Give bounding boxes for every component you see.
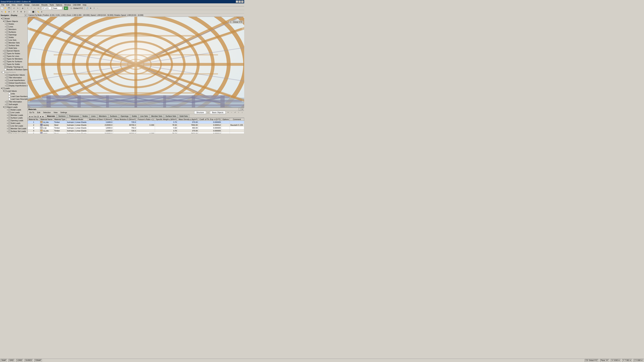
- wireframe-btn[interactable]: ⬜: [28, 10, 31, 13]
- table-row[interactable]: 1 GL24h Timber Isotropic | Linear Elasti…: [28, 121, 244, 124]
- structure-filter[interactable]: Structure: [194, 111, 206, 114]
- nav-display-topology[interactable]: ✓ Display Topology on: [0, 65, 28, 68]
- zoom-out-btn[interactable]: -: [96, 6, 99, 10]
- line-btn[interactable]: /: [30, 6, 33, 10]
- menu-selection[interactable]: Selection: [42, 111, 52, 113]
- nav-solids[interactable]: ▷ ✓ Solids: [0, 36, 28, 39]
- view-3d-btn[interactable]: 3: [23, 10, 26, 13]
- tab-nodes[interactable]: Nodes: [81, 114, 90, 118]
- menu-assign[interactable]: Assign: [23, 3, 31, 6]
- nav-global-imperfections[interactable]: ▷ ✓ Global Imperfections: [0, 82, 28, 84]
- info-btn[interactable]: ℹ: [40, 10, 44, 13]
- tab-openings[interactable]: Openings: [119, 114, 130, 118]
- col-comment[interactable]: Comment: [230, 118, 244, 121]
- check-imperfections[interactable]: [2, 71, 4, 73]
- check-types-solids[interactable]: ✓: [4, 63, 6, 65]
- check-line-sets[interactable]: ✓: [6, 39, 8, 41]
- menu-settings[interactable]: Settings: [59, 111, 68, 113]
- check-surfaces[interactable]: ✓: [6, 31, 8, 33]
- menu-view-bottom[interactable]: View: [52, 111, 59, 113]
- col-alpha[interactable]: Coeff. of Th. Exp. α [1/°C]: [198, 118, 222, 121]
- nav-boolean-ops[interactable]: Results of Boolean Operations: [0, 68, 28, 71]
- nav-basic-objects[interactable]: ▼ ✓ Basic Objects: [0, 20, 28, 23]
- nav-model[interactable]: ▼ ✓ Model: [0, 17, 28, 20]
- window-controls[interactable]: _ □ ×: [236, 0, 244, 3]
- calc-btn[interactable]: ▶: [64, 6, 68, 10]
- check-member-sets[interactable]: ✓: [6, 42, 8, 44]
- col-rho[interactable]: Mass Density ρ [kg/m³]: [178, 118, 198, 121]
- check-basic-objects[interactable]: ✓: [4, 20, 6, 22]
- check-types-lines[interactable]: ✓: [4, 55, 6, 57]
- col-gamma[interactable]: Specific Weight γ [kN/m³]: [155, 118, 178, 121]
- nav-types-for-solids[interactable]: ▷ ✓ Types for Solids: [0, 63, 28, 65]
- save-btn[interactable]: 💾: [8, 6, 11, 10]
- tab-sections[interactable]: Sections: [57, 114, 67, 118]
- check-loads[interactable]: ✓: [2, 87, 4, 89]
- tab-lines[interactable]: Lines: [90, 114, 97, 118]
- col-type[interactable]: Material Type: [53, 118, 66, 121]
- redo-btn[interactable]: ↪: [16, 6, 19, 10]
- close-button[interactable]: ×: [241, 0, 244, 3]
- print-btn[interactable]: 🖨: [21, 6, 24, 10]
- check-lines[interactable]: ✓: [6, 26, 8, 28]
- check-surface-sets[interactable]: ✓: [6, 44, 8, 46]
- check-msl[interactable]: ✓: [8, 128, 10, 130]
- zoom-in-btn[interactable]: +: [92, 6, 96, 10]
- check-member-loads[interactable]: ✓: [8, 114, 10, 116]
- nav-nodes[interactable]: ▷ ✓ Nodes: [0, 23, 28, 25]
- orbit-btn[interactable]: ⟳: [8, 10, 11, 13]
- bottom-panel-close[interactable]: ×: [241, 108, 244, 110]
- menu-options[interactable]: Options: [55, 3, 63, 6]
- check-units[interactable]: [8, 93, 10, 95]
- lc-selector[interactable]: LC LC1: [42, 7, 52, 10]
- minimize-button[interactable]: _: [236, 0, 238, 3]
- view-top-btn[interactable]: T: [16, 10, 19, 13]
- tab-solid-sets[interactable]: Solid Sets: [178, 114, 189, 118]
- nav-member-loads[interactable]: ▷ ✓ Member Loads: [0, 114, 28, 116]
- nav-surface-loads[interactable]: ▷ ✓ Surface Loads: [0, 116, 28, 119]
- nav-load-values[interactable]: ▼ ✓ Load Values: [0, 90, 28, 92]
- select-btn[interactable]: ↖: [0, 10, 4, 13]
- measure-btn[interactable]: 📏: [36, 10, 40, 13]
- col-no[interactable]: Material No.: [28, 118, 40, 121]
- check-surface-loads[interactable]: ✓: [8, 117, 10, 119]
- menu-calculate[interactable]: Calculate: [31, 3, 40, 6]
- nav-member-sets[interactable]: ▷ ✓ Member Sets: [0, 41, 28, 44]
- menu-goto[interactable]: Go To: [28, 111, 36, 113]
- check-topology[interactable]: ✓: [4, 66, 6, 68]
- viewport-3d[interactable]: Camera Fly Mode | Position: (0.261, 8.18…: [28, 14, 244, 133]
- menu-edit[interactable]: Edit: [5, 3, 10, 6]
- check-solid-loads[interactable]: ✓: [8, 122, 10, 124]
- tab-thicknesses[interactable]: Thicknesses: [68, 114, 81, 118]
- tab-surface-sets[interactable]: Surface Sets: [164, 114, 178, 118]
- pan-btn[interactable]: ✋: [4, 10, 7, 13]
- nav-types-for-nodes[interactable]: ▷ ✓ Types for Nodes: [0, 52, 28, 55]
- nav-title-info-loads[interactable]: ▷ ✓ Title Information: [0, 100, 28, 103]
- nav-imperfections[interactable]: ▼ Imperfections: [0, 71, 28, 73]
- table-row[interactable]: 4 GL24h Timber Isotropic | Linear Elasti…: [28, 129, 244, 132]
- col-name[interactable]: Material Name: [40, 118, 54, 121]
- check-nodal-loads[interactable]: ✓: [8, 109, 10, 111]
- nav-object-loads[interactable]: ▼ ✓ Object Loads: [0, 106, 28, 108]
- nav-lc-numbers[interactable]: Load Case Numbers: [0, 95, 28, 98]
- nav-lc-descriptions[interactable]: Load Case Descriptions: [0, 98, 28, 100]
- nav-surface-set-loads[interactable]: ▷ ✓ Surface Set Loads: [0, 130, 28, 133]
- check-solids[interactable]: ✓: [6, 36, 8, 38]
- check-title-loads[interactable]: ✓: [6, 101, 8, 103]
- check-local-imp[interactable]: ✓: [6, 79, 8, 81]
- nav-lines[interactable]: ▷ ✓ Lines: [0, 25, 28, 28]
- surface-btn[interactable]: ▭: [36, 6, 40, 10]
- rotate-btn[interactable]: 🔄: [85, 6, 89, 10]
- check-lc-desc[interactable]: [8, 98, 10, 100]
- check-load-values[interactable]: ✓: [4, 90, 6, 92]
- nav-line-sets[interactable]: ▷ ✓ Line Sets: [0, 39, 28, 41]
- nav-line-set-loads[interactable]: ▷ ✓ Line Set Loads: [0, 124, 28, 127]
- nav-prev[interactable]: ◀: [31, 115, 33, 118]
- col-options[interactable]: Options: [222, 118, 230, 121]
- view-front-btn[interactable]: F: [12, 10, 16, 13]
- nav-types-for-surfaces[interactable]: ▷ ✓ Types for Surfaces: [0, 60, 28, 63]
- check-opening-loads[interactable]: ✓: [8, 119, 10, 121]
- col-e[interactable]: Modulus of Elast. E [N/mm²]: [88, 118, 113, 121]
- menu-tools[interactable]: Tools: [48, 3, 55, 6]
- nav-display-imp-load[interactable]: ▷ ✓ Display Imperfections in Lo...: [0, 84, 28, 87]
